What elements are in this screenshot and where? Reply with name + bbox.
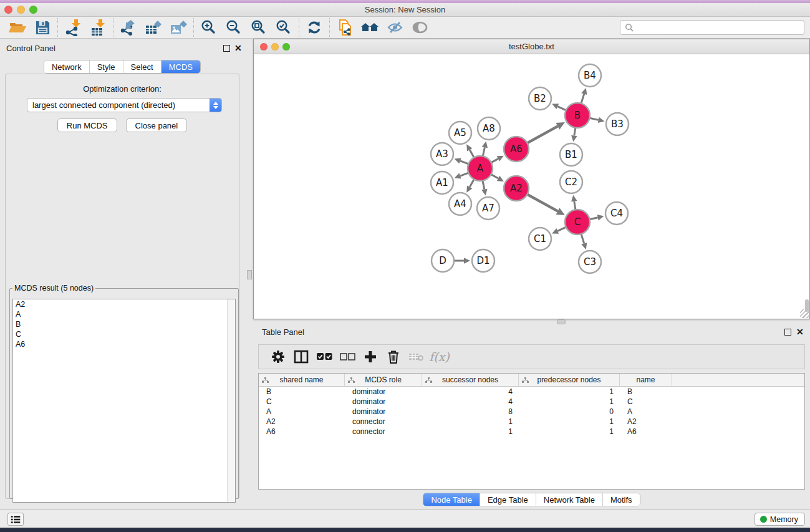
edge-A-A5[interactable] bbox=[466, 144, 474, 157]
tab-network-table[interactable]: Network Table bbox=[536, 493, 603, 506]
save-session-button[interactable] bbox=[30, 17, 55, 37]
table-cell[interactable]: 1 bbox=[519, 387, 620, 397]
node-B[interactable]: B bbox=[565, 103, 590, 128]
task-history-button[interactable] bbox=[7, 513, 24, 526]
window-resize-grip[interactable] bbox=[800, 309, 809, 318]
node-A[interactable]: A bbox=[468, 156, 493, 181]
memory-button[interactable]: Memory bbox=[755, 513, 805, 526]
tab-edge-table[interactable]: Edge Table bbox=[480, 493, 536, 506]
edge-B-B1[interactable] bbox=[571, 128, 577, 142]
table-cell[interactable]: 1 bbox=[519, 417, 620, 427]
edge-A-A2[interactable] bbox=[491, 175, 504, 181]
control-panel-float-icon[interactable] bbox=[223, 45, 230, 52]
edge-B-B3[interactable] bbox=[590, 117, 605, 123]
column-header-predecessor-nodes[interactable]: predecessor nodes bbox=[519, 374, 620, 386]
list-item[interactable]: A bbox=[13, 309, 235, 319]
table-row[interactable]: Cdominator41C bbox=[259, 397, 804, 407]
function-builder-button[interactable]: f(x) bbox=[428, 346, 451, 367]
deselect-all-button[interactable] bbox=[335, 346, 359, 367]
export-image-button[interactable] bbox=[166, 17, 191, 37]
horizontal-split-handle[interactable] bbox=[557, 319, 566, 324]
tab-select[interactable]: Select bbox=[123, 60, 162, 73]
table-settings-button[interactable] bbox=[266, 346, 289, 367]
table-cell[interactable]: A bbox=[620, 407, 672, 417]
table-cell[interactable]: 4 bbox=[422, 397, 519, 407]
node-A8[interactable]: A8 bbox=[478, 117, 500, 140]
hide-selected-button[interactable] bbox=[382, 17, 407, 37]
table-row[interactable]: Bdominator41B bbox=[259, 387, 804, 397]
edge-B-B4[interactable] bbox=[581, 88, 587, 104]
zoom-fit-button[interactable] bbox=[246, 17, 271, 37]
delete-table-button[interactable] bbox=[405, 346, 428, 367]
edge-D-D1[interactable] bbox=[454, 258, 470, 264]
mcds-result-list[interactable]: A2ABCA6 bbox=[12, 299, 236, 503]
table-cell[interactable]: 1 bbox=[519, 397, 620, 407]
node-A6[interactable]: A6 bbox=[504, 137, 529, 162]
edge-A6-B[interactable] bbox=[528, 122, 565, 143]
column-header-successor-nodes[interactable]: successor nodes bbox=[422, 374, 519, 386]
node-C[interactable]: C bbox=[565, 210, 590, 235]
edge-C-C4[interactable] bbox=[590, 215, 604, 220]
list-item[interactable]: A6 bbox=[13, 339, 235, 349]
node-A3[interactable]: A3 bbox=[431, 143, 453, 165]
table-cell[interactable]: A2 bbox=[620, 417, 672, 427]
list-item[interactable]: A2 bbox=[13, 299, 235, 309]
table-cell[interactable]: A6 bbox=[259, 427, 345, 437]
edge-A-A7[interactable] bbox=[481, 181, 487, 196]
control-panel-close-icon[interactable]: ✕ bbox=[234, 43, 242, 53]
table-cell[interactable]: dominator bbox=[345, 387, 422, 397]
node-B3[interactable]: B3 bbox=[606, 113, 629, 135]
table-cell[interactable]: dominator bbox=[345, 407, 422, 417]
list-item[interactable]: B bbox=[13, 319, 235, 329]
table-cell[interactable]: B bbox=[620, 387, 672, 397]
table-cell[interactable]: 8 bbox=[422, 407, 519, 417]
tab-mcds[interactable]: MCDS bbox=[162, 60, 200, 73]
first-neighbors-button[interactable] bbox=[357, 17, 382, 37]
zoom-in-button[interactable] bbox=[196, 17, 221, 37]
import-network-button[interactable] bbox=[60, 17, 85, 37]
table-cell[interactable]: 1 bbox=[422, 417, 519, 427]
zoom-out-button[interactable] bbox=[221, 17, 246, 37]
network-canvas[interactable]: B4B2BB3A5A8A6B1A3AA1C2A2A4A7C4CC1C3DD1 bbox=[254, 55, 809, 319]
table-cell[interactable]: A2 bbox=[259, 417, 345, 427]
table-cell[interactable]: 4 bbox=[422, 387, 519, 397]
toggle-panel-layout-button[interactable] bbox=[289, 346, 312, 367]
table-cell[interactable]: connector bbox=[345, 417, 422, 427]
table-cell[interactable]: dominator bbox=[345, 397, 422, 407]
table-panel-close-icon[interactable]: ✕ bbox=[796, 327, 804, 337]
vertical-split-handle[interactable] bbox=[247, 270, 252, 279]
search-input[interactable] bbox=[636, 21, 804, 34]
node-D[interactable]: D bbox=[432, 249, 454, 272]
node-A4[interactable]: A4 bbox=[449, 193, 471, 215]
node-C4[interactable]: C4 bbox=[605, 202, 628, 225]
close-panel-button[interactable]: Close panel bbox=[126, 118, 188, 132]
edge-A-A6[interactable] bbox=[491, 156, 504, 163]
node-C2[interactable]: C2 bbox=[560, 171, 582, 193]
tab-motifs[interactable]: Motifs bbox=[603, 493, 640, 506]
table-row[interactable]: A6connector11A6 bbox=[259, 427, 804, 437]
node-A5[interactable]: A5 bbox=[449, 122, 471, 144]
node-B4[interactable]: B4 bbox=[579, 64, 601, 87]
select-all-button[interactable] bbox=[312, 346, 335, 367]
column-header-name[interactable]: name bbox=[620, 374, 672, 386]
node-C1[interactable]: C1 bbox=[529, 228, 551, 250]
table-cell[interactable]: 0 bbox=[519, 407, 620, 417]
list-item[interactable]: C bbox=[13, 329, 235, 339]
column-header-shared-name[interactable]: shared name bbox=[259, 374, 345, 386]
edge-C-C2[interactable] bbox=[571, 195, 577, 210]
table-row[interactable]: Adominator80A bbox=[259, 407, 804, 417]
tab-node-table[interactable]: Node Table bbox=[423, 493, 480, 506]
export-network-button[interactable] bbox=[116, 17, 141, 37]
node-C3[interactable]: C3 bbox=[579, 251, 601, 273]
zoom-selected-button[interactable] bbox=[271, 17, 296, 37]
search-field[interactable] bbox=[620, 20, 804, 35]
table-cell[interactable]: C bbox=[259, 397, 345, 407]
table-cell[interactable]: A bbox=[259, 407, 345, 417]
edge-B-B2[interactable] bbox=[552, 104, 566, 110]
node-A1[interactable]: A1 bbox=[431, 172, 453, 194]
table-cell[interactable]: A6 bbox=[620, 427, 672, 437]
run-mcds-button[interactable]: Run MCDS bbox=[57, 118, 117, 132]
edge-A-A1[interactable] bbox=[455, 173, 469, 178]
delete-column-button[interactable] bbox=[382, 346, 405, 367]
edge-A2-C[interactable] bbox=[528, 195, 565, 215]
